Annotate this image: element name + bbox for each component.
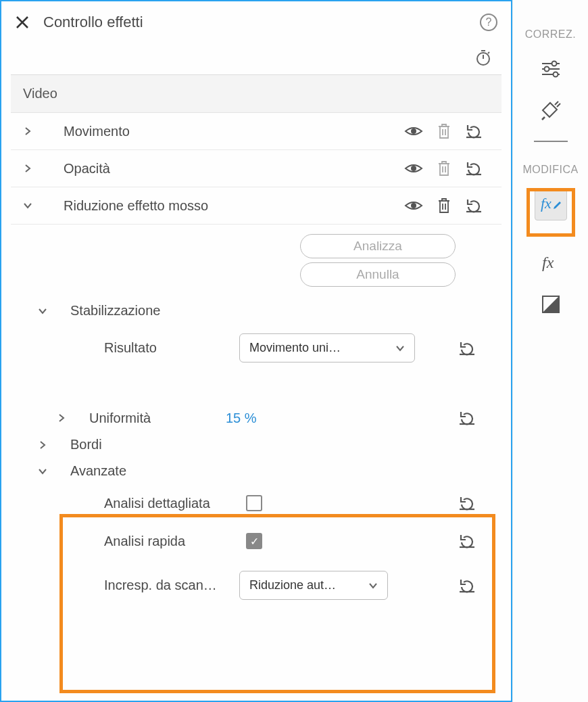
- sidebar-divider: [534, 141, 568, 142]
- svg-text:fx: fx: [542, 254, 554, 271]
- effect-motion-label: Movimento: [38, 124, 404, 139]
- ripple-dropdown-value: Riduzione aut…: [249, 578, 336, 592]
- detailed-analysis-label: Analisi dettagliata: [104, 496, 246, 511]
- cancel-button[interactable]: Annulla: [300, 262, 456, 287]
- reset-icon[interactable]: [458, 578, 476, 594]
- chevron-right-icon[interactable]: [38, 440, 58, 450]
- checkmark-icon: ✓: [250, 535, 259, 548]
- ripple-row: Incresp. da scan… Riduzione aut…: [11, 560, 501, 611]
- detailed-analysis-checkbox[interactable]: [246, 495, 262, 511]
- svg-point-5: [544, 67, 549, 72]
- reset-icon[interactable]: [465, 123, 483, 139]
- reset-icon[interactable]: [465, 160, 483, 177]
- help-icon[interactable]: ?: [480, 14, 497, 31]
- detailed-analysis-row: Analisi dettagliata: [11, 484, 501, 522]
- sidebar-label-modifica: MODIFICA: [513, 164, 588, 176]
- trash-icon[interactable]: [437, 197, 451, 214]
- result-row: Risultato Movimento uni…: [11, 325, 501, 371]
- svg-point-1: [411, 128, 416, 134]
- effect-opacity-label: Opacità: [38, 161, 404, 177]
- stabilization-label: Stabilizzazione: [58, 303, 495, 319]
- chevron-right-icon[interactable]: [18, 164, 38, 173]
- ripple-dropdown[interactable]: Riduzione aut…: [239, 571, 388, 600]
- uniformity-row: Uniformità 15 %: [11, 404, 501, 431]
- panel-header: Controllo effetti ?: [1, 1, 511, 43]
- borders-label: Bordi: [58, 437, 495, 452]
- effects-control-panel: Controllo effetti ? Video Movimento: [0, 0, 512, 702]
- chevron-right-icon[interactable]: [57, 413, 77, 423]
- fx-icon[interactable]: fx: [535, 246, 567, 279]
- svg-point-4: [552, 62, 556, 66]
- reset-icon[interactable]: [465, 197, 483, 214]
- eye-icon[interactable]: [404, 162, 423, 175]
- right-sidebar: CORREZ. MODIFICA fx fx: [512, 0, 588, 702]
- reset-icon[interactable]: [458, 533, 476, 549]
- chevron-down-icon[interactable]: [38, 306, 58, 316]
- effect-shake-label: Riduzione effetto mosso: [38, 198, 404, 214]
- eye-icon[interactable]: [404, 124, 423, 138]
- result-label: Risultato: [104, 340, 239, 356]
- video-section-header: Video: [11, 75, 501, 113]
- advanced-label: Avanzate: [58, 463, 495, 479]
- trash-icon[interactable]: [437, 122, 451, 140]
- reset-icon[interactable]: [458, 410, 476, 426]
- fx-edit-icon[interactable]: fx: [535, 188, 567, 220]
- stopwatch-row: [1, 43, 511, 74]
- svg-point-6: [553, 72, 558, 77]
- sidebar-label-correz: CORREZ.: [513, 28, 588, 41]
- panel-title: Controllo effetti: [43, 14, 143, 31]
- trash-icon[interactable]: [437, 160, 451, 177]
- effects-list: Video Movimento Opacità: [11, 74, 501, 617]
- effect-motion-row: Movimento: [11, 113, 501, 150]
- result-dropdown-value: Movimento uni…: [249, 341, 341, 355]
- effect-opacity-row: Opacità: [11, 150, 501, 187]
- stabilization-row: Stabilizzazione: [11, 296, 501, 325]
- fast-analysis-row: Analisi rapida ✓: [11, 522, 501, 560]
- eye-icon[interactable]: [404, 199, 423, 212]
- svg-point-2: [411, 166, 416, 171]
- uniformity-label: Uniformità: [77, 411, 226, 426]
- advanced-row: Avanzate: [11, 458, 501, 484]
- contrast-icon[interactable]: [535, 288, 567, 321]
- uniformity-value[interactable]: 15 %: [226, 411, 257, 426]
- reset-icon[interactable]: [458, 495, 476, 511]
- tools-icon[interactable]: [535, 95, 567, 127]
- fast-analysis-checkbox[interactable]: ✓: [246, 533, 262, 549]
- ripple-label: Incresp. da scan…: [104, 578, 246, 593]
- chevron-right-icon[interactable]: [18, 126, 38, 136]
- chevron-down-icon: [395, 344, 405, 353]
- result-dropdown[interactable]: Movimento uni…: [239, 333, 415, 362]
- chevron-down-icon[interactable]: [38, 467, 58, 476]
- stopwatch-icon[interactable]: [474, 49, 492, 66]
- svg-point-3: [411, 203, 416, 208]
- fast-analysis-label: Analisi rapida: [104, 534, 246, 549]
- borders-row: Bordi: [11, 431, 501, 458]
- reset-icon[interactable]: [458, 340, 476, 356]
- chevron-down-icon[interactable]: [18, 201, 38, 210]
- effect-shake-row: Riduzione effetto mosso: [11, 187, 501, 225]
- svg-text:fx: fx: [541, 195, 552, 212]
- close-icon[interactable]: [15, 15, 30, 30]
- analyze-button[interactable]: Analizza: [300, 234, 456, 258]
- chevron-down-icon: [368, 581, 378, 590]
- shake-reduction-content: Analizza Annulla Stabilizzazione Risulta…: [11, 225, 501, 617]
- sliders-icon[interactable]: [535, 53, 567, 85]
